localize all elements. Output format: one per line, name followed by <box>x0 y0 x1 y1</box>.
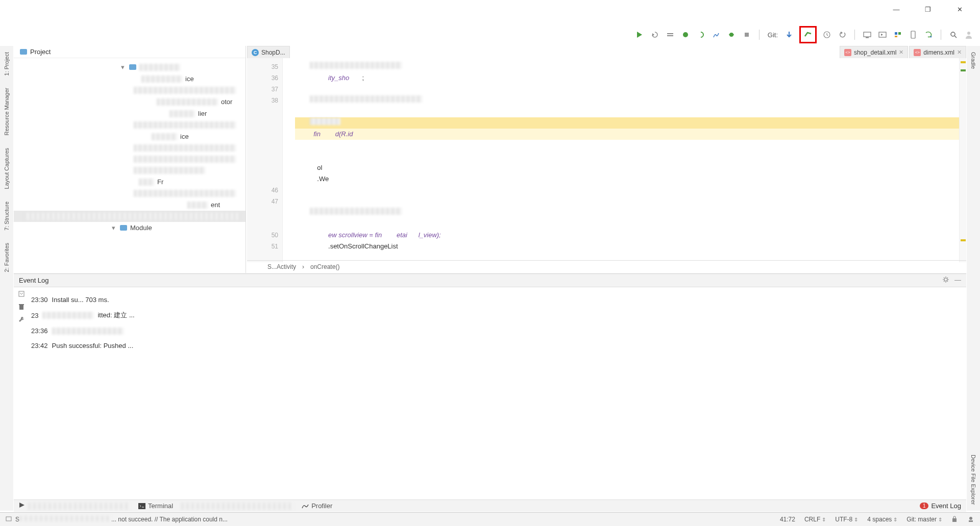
tree-arrow-icon[interactable]: ▾ <box>112 224 117 232</box>
right-tab-device-file-explorer[interactable]: Device File Explorer <box>969 448 977 511</box>
tree-arrow-icon[interactable]: ▾ <box>121 63 126 71</box>
svg-marker-1 <box>652 33 654 36</box>
sync-gradle-icon[interactable] <box>923 30 934 40</box>
status-encoding[interactable]: UTF-8 <box>835 516 858 523</box>
git-rollback-icon[interactable] <box>837 30 847 40</box>
memory-indicator-icon[interactable] <box>967 515 975 524</box>
status-position[interactable]: 41:72 <box>780 516 795 523</box>
maximize-button[interactable]: ❐ <box>917 2 939 16</box>
window-titlebar: — ❐ ✕ <box>885 0 980 18</box>
search-icon[interactable] <box>948 30 959 40</box>
project-panel: Project ▾ ice otor lier ice Fr ent ▾Modu… <box>14 46 246 273</box>
coverage-icon[interactable] <box>696 30 706 40</box>
svg-rect-14 <box>898 32 901 35</box>
tree-item[interactable]: lier <box>198 110 207 117</box>
editor-tab-label: shop_detail.xml <box>854 49 896 56</box>
lock-icon[interactable] <box>951 515 958 524</box>
tree-item[interactable]: Module <box>130 224 152 232</box>
tree-item[interactable]: otor <box>221 98 232 106</box>
status-git-branch[interactable]: Git: master <box>906 516 942 523</box>
project-tree[interactable]: ▾ ice otor lier ice Fr ent ▾Module <box>14 58 246 237</box>
git-history-icon[interactable] <box>822 30 832 40</box>
breadcrumb-item[interactable]: onCreate() <box>310 263 339 270</box>
status-message: S... not succeed. // The application cou… <box>15 516 228 523</box>
git-commit-icon[interactable] <box>803 30 813 40</box>
event-log-title: Event Log <box>19 277 49 284</box>
svg-rect-25 <box>138 503 145 509</box>
editor-scrollmap[interactable] <box>959 58 966 262</box>
svg-point-28 <box>969 517 972 520</box>
svg-rect-21 <box>19 291 24 296</box>
code-text: ol <box>317 164 322 171</box>
main-toolbar: Git: <box>634 27 974 43</box>
status-message-icon <box>5 515 12 524</box>
run-tool-icon[interactable] <box>19 502 25 510</box>
breadcrumb-separator: › <box>302 263 304 270</box>
left-tab-project[interactable]: 1: Project <box>3 46 11 82</box>
editor-tab-label: ShopD... <box>261 49 285 56</box>
status-bar: S... not succeed. // The application cou… <box>0 512 980 526</box>
left-tab-resource-manager[interactable]: Resource Manager <box>3 82 11 142</box>
svg-point-5 <box>729 33 733 37</box>
svg-rect-29 <box>969 520 973 522</box>
attach-debugger-icon[interactable] <box>726 30 737 40</box>
log-row: 23itted: 建立 ... <box>31 307 964 323</box>
code-text: .setOnScrollChangeList <box>328 242 398 250</box>
right-tab-gradle[interactable]: Gradle <box>969 46 977 75</box>
svg-rect-16 <box>911 31 915 38</box>
editor-tab[interactable]: <> shop_detail.xml ✕ <box>840 46 908 58</box>
hide-panel-icon[interactable]: — <box>954 276 961 285</box>
bottom-tab-profiler[interactable]: Profiler <box>297 502 337 510</box>
svg-rect-2 <box>667 33 673 34</box>
debug-icon[interactable] <box>680 30 691 40</box>
tree-item[interactable]: Fr <box>157 178 163 186</box>
left-tab-favorites[interactable]: 2: Favorites <box>3 237 11 278</box>
profile-icon[interactable] <box>711 30 721 40</box>
stop-icon[interactable] <box>742 30 752 40</box>
folder-icon <box>120 225 127 231</box>
apply-changes-icon[interactable] <box>665 30 675 40</box>
rerun-icon[interactable] <box>650 30 660 40</box>
status-indent[interactable]: 4 spaces <box>867 516 897 523</box>
avd-manager-icon[interactable] <box>862 30 872 40</box>
resource-manager-icon[interactable] <box>893 30 903 40</box>
wrench-icon[interactable] <box>18 316 25 324</box>
bottom-tab-terminal[interactable]: Terminal <box>133 502 178 510</box>
user-icon[interactable] <box>964 30 974 40</box>
minimize-button[interactable]: — <box>885 2 908 16</box>
left-tab-structure[interactable]: 7: Structure <box>3 195 11 237</box>
editor-content[interactable]: ity_sho ; fin d(R.id ol .We ew scrollvie… <box>283 58 966 262</box>
terminal-icon <box>138 503 145 509</box>
editor-tab[interactable]: C ShopD... <box>247 46 290 58</box>
event-log-content[interactable]: 23:30Install su... 703 ms. 23itted: 建立 .… <box>29 287 966 385</box>
close-tab-icon[interactable]: ✕ <box>957 49 962 56</box>
tree-item[interactable]: ice <box>180 133 189 140</box>
close-tab-icon[interactable]: ✕ <box>899 49 903 56</box>
bottom-tab-event-log[interactable]: 1 Event Log <box>920 502 961 510</box>
code-text: ew scrollview = fin etai l_view); <box>328 231 441 239</box>
breadcrumb: S...Activity › onCreate() <box>247 260 966 273</box>
svg-rect-22 <box>19 305 23 310</box>
event-log-toolbar <box>14 287 29 385</box>
close-button[interactable]: ✕ <box>948 2 971 16</box>
event-log-header: Event Log — <box>14 274 966 287</box>
svg-marker-24 <box>19 503 24 508</box>
layout-inspector-icon[interactable] <box>908 30 918 40</box>
filter-icon[interactable] <box>18 290 25 299</box>
svg-point-18 <box>951 32 955 36</box>
sdk-manager-icon[interactable] <box>877 30 888 40</box>
left-tab-layout-captures[interactable]: Layout Captures <box>3 142 11 195</box>
xml-file-icon: <> <box>914 49 921 56</box>
trash-icon[interactable] <box>18 303 25 312</box>
gear-icon[interactable] <box>942 276 949 285</box>
bottom-tool-tabs: Terminal Profiler 1 Event Log <box>14 499 966 512</box>
svg-rect-15 <box>895 36 897 37</box>
git-update-icon[interactable] <box>784 30 794 40</box>
run-icon[interactable] <box>634 30 645 40</box>
status-line-separator[interactable]: CRLF <box>804 516 826 523</box>
tree-item[interactable]: ice <box>185 75 194 83</box>
editor-tab[interactable]: <> dimens.xml ✕ <box>909 46 966 58</box>
code-editor[interactable]: 35363738 4647 5051 ity_sho ; fin d(R.id … <box>247 58 966 262</box>
breadcrumb-item[interactable]: S...Activity <box>267 263 296 270</box>
tree-item[interactable]: ent <box>211 201 220 209</box>
